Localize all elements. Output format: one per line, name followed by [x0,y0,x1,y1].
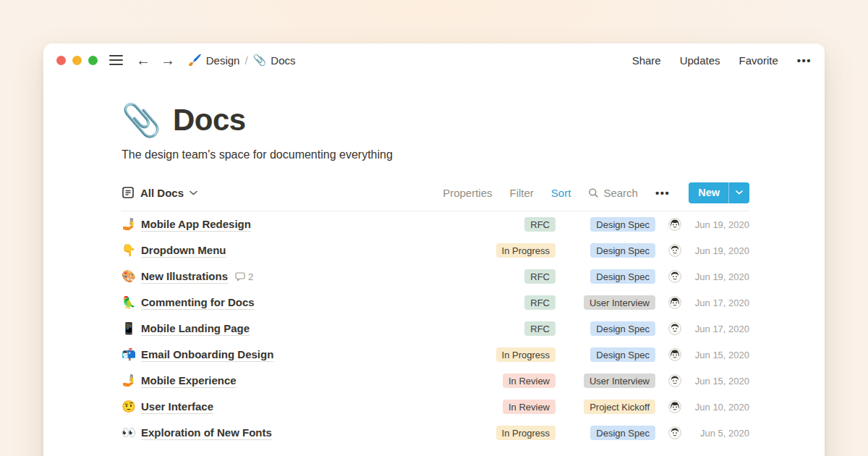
edited-date: Jun 10, 2020 [689,402,749,413]
new-button[interactable]: New [689,182,749,203]
avatar [668,322,681,335]
doc-type-tag: Design Spec [590,347,655,362]
breadcrumb-separator: / [244,54,247,67]
status-tag: RFC [524,295,556,310]
paperclip-icon: 📎 [253,54,267,67]
filter-button[interactable]: Filter [510,187,534,199]
doc-type-tag: Design Spec [590,426,655,440]
properties-button[interactable]: Properties [443,187,492,199]
table-row[interactable]: 🤳 Mobile Experience In Review User Inter… [122,368,749,394]
new-button-label: New [689,187,728,198]
sort-button[interactable]: Sort [551,187,571,199]
doc-title-link[interactable]: Dropdown Menu [141,244,226,258]
doc-title-link[interactable]: Exploration of New Fonts [141,426,272,440]
new-button-dropdown[interactable] [729,190,749,195]
zoom-window-button[interactable] [88,56,98,65]
table-row[interactable]: 📱 Mobile Landing Page RFC Design Spec [122,316,749,342]
list-view-icon [122,186,135,199]
table-row[interactable]: 🤳 Mobile App Redesign RFC Design Spec [122,211,749,237]
doc-emoji-icon: 🎨 [122,271,141,282]
sidebar-menu-icon[interactable] [109,55,123,66]
avatar [668,244,681,257]
view-toolbar: All Docs Properties Filter Sort Search •… [122,181,749,204]
close-window-button[interactable] [56,56,66,65]
doc-type-tag: Design Spec [590,321,655,336]
edited-date: Jun 15, 2020 [689,350,749,360]
doc-type-tag: Design Spec [590,243,655,258]
toolbar-more-icon[interactable]: ••• [655,187,670,199]
doc-emoji-icon: 📱 [122,323,141,334]
table-row[interactable]: 🦜 Commenting for Docs RFC User Interview [122,290,749,316]
doc-title-link[interactable]: New Illustrations [141,270,228,284]
status-tag: In Review [503,400,556,414]
status-tag: RFC [524,321,556,336]
window-topbar: ← → 🖌️ Design / 📎 Docs Share Updates Fav… [43,43,825,77]
status-tag: RFC [524,217,556,232]
table-row[interactable]: 👇 Dropdown Menu In Progress Design Spec [122,237,749,263]
doc-title-link[interactable]: User Interface [141,400,213,414]
minimize-window-button[interactable] [72,56,82,65]
chevron-down-icon [736,190,743,195]
favorite-button[interactable]: Favorite [739,54,778,67]
avatar [668,374,681,387]
avatar [668,426,681,439]
avatar [668,218,681,231]
breadcrumb-item-docs[interactable]: 📎 Docs [253,54,296,67]
doc-title-link[interactable]: Mobile Experience [141,374,237,388]
doc-title-link[interactable]: Mobile Landing Page [141,322,250,336]
table-row[interactable]: 📬 Email Onboarding Design In Progress De… [122,342,749,368]
edited-date: Jun 15, 2020 [689,376,749,387]
view-name: All Docs [140,187,184,199]
table-row[interactable]: 🎨 New Illustrations 2 RFC Design Spec [122,263,749,290]
share-button[interactable]: Share [632,54,661,67]
breadcrumb-item-design[interactable]: 🖌️ Design [188,54,239,67]
app-window: ← → 🖌️ Design / 📎 Docs Share Updates Fav… [43,43,825,456]
table-row[interactable]: 🤨 User Interface In Review Project Kicko… [122,394,749,420]
edited-date: Jun 17, 2020 [689,324,749,334]
updates-button[interactable]: Updates [680,54,720,67]
table-row[interactable]: 👀 Exploration of New Fonts In Progress D… [122,420,749,446]
more-options-icon[interactable]: ••• [797,54,812,67]
doc-emoji-icon: 🤨 [122,401,141,413]
avatar [668,348,681,361]
doc-emoji-icon: 🦜 [122,297,141,308]
breadcrumb-label: Design [206,54,240,67]
chevron-down-icon [190,190,197,195]
doc-type-tag: User Interview [584,295,655,310]
doc-type-tag: Design Spec [590,269,655,284]
doc-title-link[interactable]: Mobile App Redesign [141,218,251,232]
doc-title-link[interactable]: Email Onboarding Design [141,348,273,362]
status-tag: RFC [524,269,556,284]
status-tag: In Progress [496,243,556,258]
topbar-actions: Share Updates Favorite ••• [632,54,812,67]
forward-arrow-icon[interactable]: → [161,53,175,67]
edited-date: Jun 5, 2020 [689,428,749,439]
comment-count: 2 [248,271,254,282]
page-description[interactable]: The design team's space for documenting … [122,148,749,161]
edited-date: Jun 17, 2020 [689,297,749,308]
edited-date: Jun 19, 2020 [689,245,749,256]
status-tag: In Progress [496,426,556,440]
page-title[interactable]: Docs [173,103,246,138]
traffic-lights [56,56,98,65]
page-icon-paperclip[interactable]: 📎 [122,104,161,136]
doc-emoji-icon: 🤳 [122,219,141,230]
status-tag: In Progress [496,347,556,362]
comment-count-badge[interactable]: 2 [235,271,254,282]
doc-title-link[interactable]: Commenting for Docs [141,296,255,310]
avatar [668,400,681,413]
doc-emoji-icon: 🤳 [122,375,141,387]
doc-type-tag: Project Kickoff [584,400,655,414]
comment-bubble-icon [235,272,245,282]
doc-emoji-icon: 👀 [122,427,141,439]
back-arrow-icon[interactable]: ← [136,53,150,67]
search-label: Search [603,187,638,199]
search-icon [588,187,599,198]
edited-date: Jun 19, 2020 [689,219,749,230]
docs-table: 🤳 Mobile App Redesign RFC Design Spec [122,211,749,446]
avatar [668,270,681,283]
breadcrumb: 🖌️ Design / 📎 Docs [188,54,296,67]
doc-emoji-icon: 📬 [122,349,141,360]
view-switcher[interactable]: All Docs [122,186,197,199]
search-button[interactable]: Search [588,187,638,199]
